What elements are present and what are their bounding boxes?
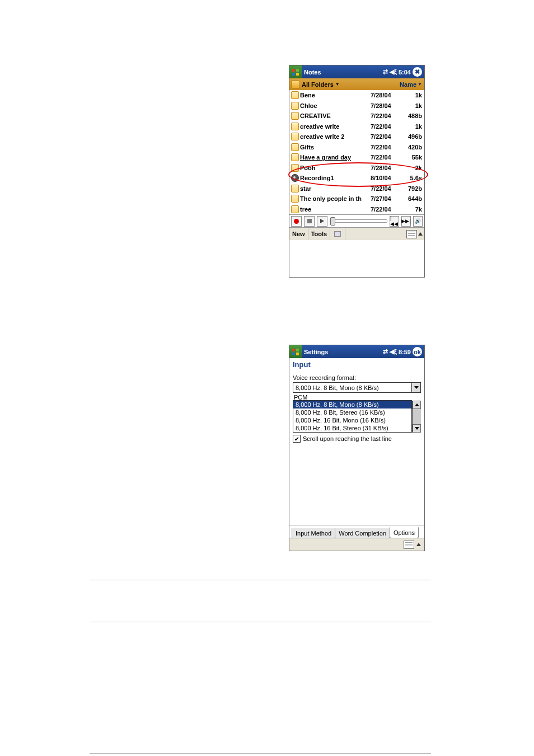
item-size: 5.6s — [402, 175, 424, 181]
start-button[interactable] — [289, 65, 302, 78]
list-item[interactable]: star7/22/04792b — [289, 184, 424, 194]
item-name: Gifts — [300, 144, 371, 151]
tab-bar: Input MethodWord CompletionOptions — [289, 525, 424, 538]
sort-selector[interactable]: Name ▼ — [400, 81, 422, 88]
scroll-up-icon[interactable] — [413, 401, 421, 409]
stop-icon — [307, 219, 312, 223]
item-size: 1k — [402, 92, 424, 98]
format-listbox: 8,000 Hz, 8 Bit, Mono (8 KB/s)8,000 Hz, … — [293, 401, 421, 433]
item-date: 7/27/04 — [371, 195, 402, 202]
item-date: 7/22/04 — [371, 133, 402, 140]
list-item[interactable]: Have a grand day7/22/0455k — [289, 152, 424, 163]
menu-new[interactable]: New — [289, 228, 308, 240]
folder-selector[interactable]: All Folders ▼ — [291, 81, 400, 88]
notes-window: Notes ⇄ ◀ξ 5:04 ✖ All Folders ▼ Name ▼ B… — [289, 65, 425, 278]
menu-bar — [289, 538, 424, 551]
item-date: 8/10/04 — [371, 175, 402, 181]
format-option[interactable]: 8,000 Hz, 16 Bit, Mono (16 KB/s) — [293, 416, 411, 424]
speaker-icon[interactable]: ◀ξ — [390, 348, 397, 355]
list-item[interactable]: Pooh7/28/042k — [289, 163, 424, 173]
stop-button[interactable] — [304, 216, 315, 227]
recording-icon — [291, 174, 300, 182]
scroll-down-icon[interactable] — [413, 424, 421, 433]
volume-button[interactable]: 🔊 — [413, 216, 423, 227]
note-icon — [291, 205, 300, 213]
list-item[interactable]: CREATIVE7/22/04488b — [289, 111, 424, 121]
sip-keyboard-icon[interactable] — [406, 230, 417, 238]
checkbox-icon[interactable]: ✔ — [293, 435, 301, 443]
format-options[interactable]: 8,000 Hz, 8 Bit, Mono (8 KB/s)8,000 Hz, … — [293, 400, 412, 433]
menu-extra[interactable] — [330, 228, 345, 240]
item-size: 644b — [402, 195, 424, 202]
titlebar-icons: ⇄ ◀ξ 5:04 ✖ — [383, 67, 422, 77]
scroll-track[interactable] — [413, 409, 421, 424]
play-button[interactable] — [317, 216, 327, 227]
record-button[interactable] — [291, 216, 302, 227]
tab[interactable]: Options — [390, 527, 419, 538]
svg-rect-0 — [292, 69, 295, 72]
note-icon — [291, 143, 300, 151]
list-item[interactable]: Gifts7/22/04420b — [289, 142, 424, 153]
settings-body: Input Voice recording format: 8,000 Hz, … — [289, 358, 424, 443]
item-date: 7/22/04 — [371, 144, 402, 151]
sip-up-icon[interactable] — [418, 232, 423, 236]
listbox-scrollbar[interactable] — [412, 401, 421, 433]
format-combo[interactable]: 8,000 Hz, 8 Bit, Mono (8 KB/s) — [293, 382, 421, 393]
note-icon — [291, 164, 300, 172]
format-option[interactable]: 8,000 Hz, 8 Bit, Stereo (16 KB/s) — [293, 408, 411, 416]
list-item[interactable]: The only people in th7/27/04644b — [289, 194, 424, 204]
ok-button[interactable]: ok — [413, 347, 422, 356]
item-name: tree — [300, 206, 371, 213]
start-button[interactable] — [289, 345, 302, 358]
combo-down-icon[interactable] — [411, 383, 420, 392]
notes-header: All Folders ▼ Name ▼ — [289, 78, 424, 90]
note-icon — [291, 133, 300, 140]
menu-bar: New Tools — [289, 227, 424, 240]
connectivity-icon[interactable]: ⇄ — [383, 68, 388, 76]
svg-rect-1 — [296, 69, 299, 72]
close-button[interactable]: ✖ — [413, 67, 422, 77]
record-icon — [294, 219, 299, 224]
menu-tools[interactable]: Tools — [308, 228, 331, 240]
chevron-down-icon: ▼ — [335, 82, 340, 87]
item-size: 420b — [402, 144, 424, 151]
item-name: The only people in th — [300, 195, 371, 202]
item-date: 7/22/04 — [371, 123, 402, 130]
seek-slider[interactable] — [330, 219, 387, 223]
item-size: 1k — [402, 123, 424, 130]
format-option[interactable]: 8,000 Hz, 8 Bit, Mono (8 KB/s) — [293, 401, 411, 408]
record-toolbar-icon — [334, 231, 341, 237]
list-item[interactable]: Chloe7/28/041k — [289, 101, 424, 111]
chevron-down-icon: ▼ — [418, 82, 422, 87]
list-item[interactable]: creative write7/22/041k — [289, 121, 424, 132]
speaker-icon[interactable]: ◀ξ — [390, 68, 397, 76]
svg-rect-4 — [292, 349, 295, 351]
checkbox-label: Scroll upon reaching the last line — [303, 435, 392, 442]
item-size: 496b — [402, 133, 424, 140]
slider-thumb[interactable] — [330, 217, 335, 226]
clock-text[interactable]: 8:59 — [399, 349, 411, 355]
scroll-checkbox-row[interactable]: ✔ Scroll upon reaching the last line — [293, 435, 421, 443]
item-size: 2k — [402, 165, 424, 171]
connectivity-icon[interactable]: ⇄ — [383, 348, 388, 355]
svg-rect-3 — [296, 73, 299, 76]
menu-tools-label: Tools — [311, 231, 327, 237]
item-name: creative write — [300, 123, 371, 130]
list-item[interactable]: tree7/22/047k — [289, 204, 424, 215]
prev-button[interactable]: |◀◀ — [390, 216, 399, 227]
clock-text[interactable]: 5:04 — [399, 69, 411, 76]
next-button[interactable]: ▶▶| — [401, 216, 411, 227]
note-icon — [291, 102, 300, 110]
list-item[interactable]: Recording18/10/045.6s — [289, 173, 424, 184]
notes-list: Bene7/28/041kChloe7/28/041kCREATIVE7/22/… — [289, 90, 424, 214]
note-icon — [291, 153, 300, 161]
close-icon: ✖ — [415, 68, 420, 76]
format-option[interactable]: 8,000 Hz, 16 Bit, Stereo (31 KB/s) — [293, 424, 411, 432]
item-size: 1k — [402, 102, 424, 109]
list-item[interactable]: Bene7/28/041k — [289, 90, 424, 101]
list-item[interactable]: creative write 27/22/04496b — [289, 132, 424, 142]
sip-keyboard-icon[interactable] — [404, 541, 414, 549]
sip-up-icon[interactable] — [416, 543, 421, 546]
item-name: Pooh — [300, 165, 371, 171]
item-name: star — [300, 185, 371, 192]
